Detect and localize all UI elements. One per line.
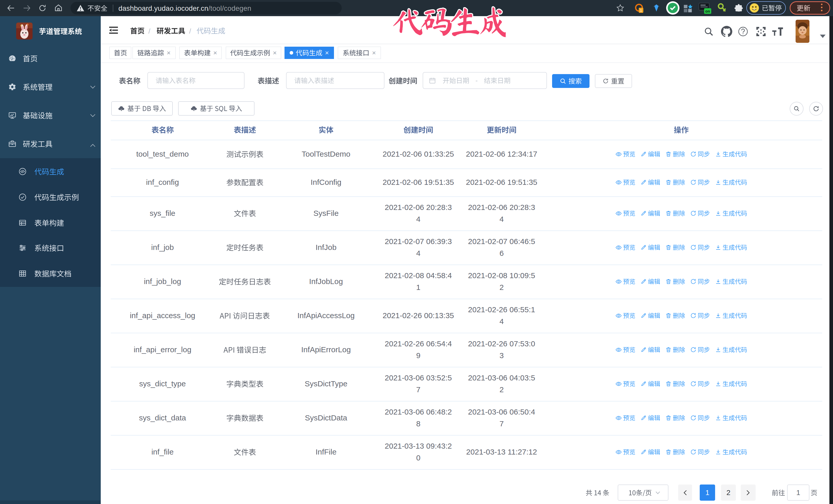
svg-text:1: 1 <box>640 8 642 13</box>
svg-text:on: on <box>705 9 710 13</box>
